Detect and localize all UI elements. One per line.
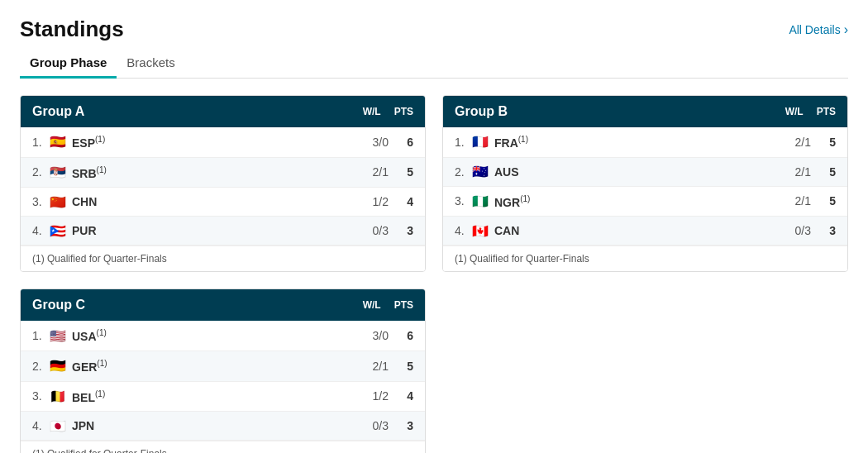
table-row: 2.🇩🇪GER(1)2/15 — [21, 351, 425, 382]
row-wl: 2/1 — [355, 360, 389, 373]
group-a-col-pts: PTS — [394, 106, 413, 117]
row-flag: 🇧🇪 — [49, 389, 67, 403]
row-pts: 5 — [811, 194, 836, 207]
table-row: 1.🇺🇸USA(1)3/06 — [21, 321, 425, 351]
row-flag: 🇺🇸 — [49, 329, 67, 342]
row-team-name: ESP(1) — [72, 135, 355, 150]
table-row: 3.🇨🇳CHN1/24 — [21, 188, 425, 217]
group-a-footer: (1) Qualified for Quarter-Finals — [21, 246, 425, 271]
row-rank: 2. — [32, 360, 49, 373]
row-flag: 🇷🇸 — [49, 165, 67, 179]
group-b-col-pts: PTS — [817, 106, 836, 117]
row-pts: 3 — [389, 224, 413, 237]
group-card-group-a: Group AW/LPTS1.🇪🇸ESP(1)3/062.🇷🇸SRB(1)2/1… — [20, 95, 426, 272]
row-pts: 4 — [389, 195, 413, 208]
row-rank: 3. — [32, 389, 49, 403]
row-flag: 🇦🇺 — [471, 165, 489, 179]
row-pts: 6 — [389, 329, 413, 342]
row-rank: 1. — [32, 136, 49, 149]
row-team-name: CHN — [72, 195, 355, 208]
row-flag: 🇯🇵 — [49, 419, 67, 432]
row-rank: 3. — [32, 195, 49, 208]
row-rank: 4. — [32, 224, 49, 237]
row-rank: 4. — [32, 419, 49, 432]
row-pts: 3 — [811, 224, 836, 237]
row-pts: 5 — [389, 165, 413, 179]
table-row: 4.🇯🇵JPN0/33 — [21, 412, 425, 441]
group-b-col-wl: W/L — [785, 106, 804, 117]
row-rank: 3. — [455, 194, 471, 207]
group-card-group-b: Group BW/LPTS1.🇫🇷FRA(1)2/152.🇦🇺AUS2/153.… — [442, 95, 848, 272]
row-wl: 0/3 — [778, 224, 811, 237]
row-pts: 4 — [389, 389, 413, 403]
row-rank: 1. — [32, 329, 49, 342]
row-wl: 2/1 — [355, 165, 389, 179]
row-wl: 0/3 — [355, 419, 389, 432]
table-row: 3.🇧🇪BEL(1)1/24 — [21, 382, 425, 412]
row-wl: 3/0 — [355, 329, 389, 342]
row-wl: 2/1 — [778, 194, 811, 207]
row-wl: 3/0 — [355, 136, 389, 149]
group-a-header: Group AW/LPTS — [21, 96, 425, 127]
row-team-name: USA(1) — [72, 328, 355, 343]
row-flag: 🇩🇪 — [49, 360, 67, 373]
tabs-bar: Group Phase Brackets — [20, 49, 848, 79]
page-header: Standings All Details › — [20, 17, 848, 42]
table-row: 2.🇷🇸SRB(1)2/15 — [21, 158, 425, 188]
table-row: 1.🇫🇷FRA(1)2/15 — [443, 127, 847, 158]
row-pts: 5 — [811, 136, 836, 149]
row-team-name: PUR — [72, 224, 355, 237]
row-flag: 🇪🇸 — [49, 136, 67, 149]
group-c-header: Group CW/LPTS — [21, 289, 425, 321]
group-b-name: Group B — [455, 104, 508, 119]
row-rank: 1. — [455, 136, 471, 149]
row-wl: 2/1 — [778, 165, 811, 179]
row-flag: 🇳🇬 — [471, 194, 489, 207]
page-title: Standings — [20, 17, 124, 42]
row-pts: 3 — [389, 419, 413, 432]
all-details-label: All Details — [789, 23, 840, 36]
table-row: 2.🇦🇺AUS2/15 — [443, 158, 847, 187]
row-team-name: BEL(1) — [72, 389, 355, 404]
row-rank: 2. — [32, 165, 49, 179]
group-c-name: Group C — [32, 298, 85, 312]
group-b-footer: (1) Qualified for Quarter-Finals — [443, 246, 847, 271]
row-team-name: FRA(1) — [494, 135, 778, 150]
row-flag: 🇨🇦 — [471, 224, 489, 237]
group-c-col-headers: W/LPTS — [363, 299, 413, 311]
row-pts: 5 — [389, 360, 413, 373]
group-a-name: Group A — [32, 104, 84, 119]
row-team-name: AUS — [494, 165, 778, 179]
row-flag: 🇫🇷 — [471, 136, 489, 149]
row-wl: 0/3 — [355, 224, 389, 237]
row-team-name: GER(1) — [72, 359, 355, 374]
row-pts: 6 — [389, 136, 413, 149]
group-c-col-wl: W/L — [363, 299, 381, 311]
table-row: 1.🇪🇸ESP(1)3/06 — [21, 127, 425, 158]
row-pts: 5 — [811, 165, 836, 179]
group-a-col-wl: W/L — [363, 106, 381, 117]
row-team-name: SRB(1) — [72, 165, 355, 180]
row-team-name: NGR(1) — [494, 194, 778, 209]
row-team-name: JPN — [72, 419, 355, 432]
row-rank: 4. — [455, 224, 471, 237]
group-c-col-pts: PTS — [394, 299, 413, 311]
table-row: 4.🇵🇷PUR0/33 — [21, 217, 425, 246]
row-wl: 1/2 — [355, 195, 389, 208]
chevron-right-icon: › — [844, 22, 848, 37]
groups-container: Group AW/LPTS1.🇪🇸ESP(1)3/062.🇷🇸SRB(1)2/1… — [20, 95, 848, 453]
table-row: 4.🇨🇦CAN0/33 — [443, 217, 847, 246]
row-flag: 🇵🇷 — [49, 224, 67, 237]
group-b-col-headers: W/LPTS — [785, 106, 836, 117]
row-rank: 2. — [455, 165, 471, 179]
group-card-group-c: Group CW/LPTS1.🇺🇸USA(1)3/062.🇩🇪GER(1)2/1… — [20, 288, 426, 453]
all-details-link[interactable]: All Details › — [789, 22, 848, 37]
row-wl: 1/2 — [355, 389, 389, 403]
row-flag: 🇨🇳 — [49, 195, 67, 208]
tab-brackets[interactable]: Brackets — [117, 49, 184, 79]
table-row: 3.🇳🇬NGR(1)2/15 — [443, 187, 847, 217]
group-a-col-headers: W/LPTS — [363, 106, 413, 117]
row-team-name: CAN — [494, 224, 778, 237]
group-c-footer: (1) Qualified for Quarter-Finals — [21, 441, 425, 453]
tab-group-phase[interactable]: Group Phase — [20, 49, 117, 79]
